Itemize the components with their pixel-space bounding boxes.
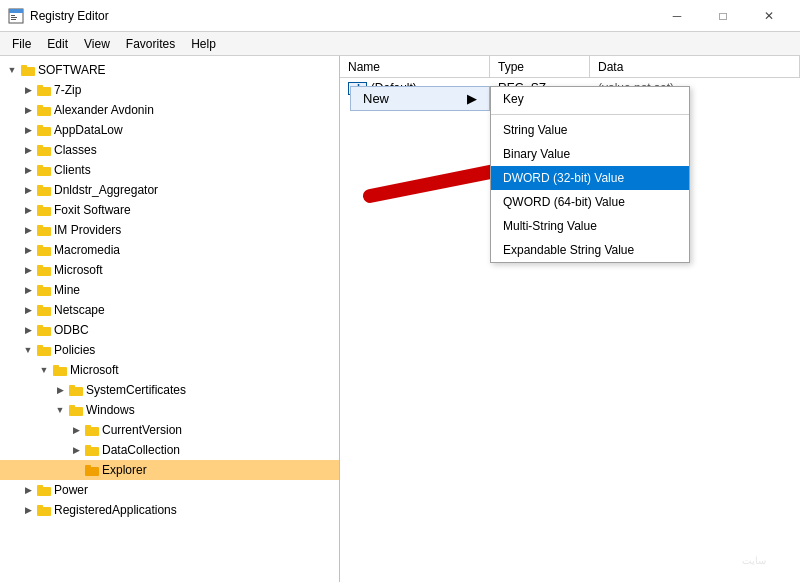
expand-icon[interactable]: ▶	[20, 482, 36, 498]
tree-item[interactable]: ▶ Classes	[0, 140, 339, 160]
new-menu-wrapper: New ▶ Key String Value Binary Value DWOR…	[350, 86, 490, 111]
svg-rect-1	[9, 9, 23, 13]
tree-item[interactable]: ▶ 7-Zip	[0, 80, 339, 100]
expand-icon[interactable]: ▶	[20, 162, 36, 178]
tree-item[interactable]: ▶ Microsoft	[0, 260, 339, 280]
expand-icon[interactable]: ▼	[52, 402, 68, 418]
submenu-item-expandable-string[interactable]: Expandable String Value	[491, 238, 689, 262]
expand-icon[interactable]: ▶	[20, 262, 36, 278]
svg-rect-48	[37, 485, 43, 488]
tree-item[interactable]: ▶ RegisteredApplications	[0, 500, 339, 520]
folder-icon	[36, 222, 52, 238]
expand-icon[interactable]: ▶	[20, 302, 36, 318]
expand-icon[interactable]: ▶	[52, 382, 68, 398]
tree-item-selected[interactable]: ▶ Explorer	[0, 460, 339, 480]
expand-icon[interactable]: ▶	[20, 242, 36, 258]
svg-rect-7	[37, 87, 51, 96]
svg-rect-21	[37, 227, 51, 236]
submenu-item-string-value[interactable]: String Value	[491, 118, 689, 142]
svg-rect-10	[37, 105, 43, 108]
tree-item[interactable]: ▶ SystemCertificates	[0, 380, 339, 400]
tree-item[interactable]: ▼ Microsoft	[0, 360, 339, 380]
menu-file[interactable]: File	[4, 35, 39, 53]
expand-icon[interactable]: ▼	[36, 362, 52, 378]
submenu-item-key[interactable]: Key	[491, 87, 689, 111]
expand-icon[interactable]: ▶	[20, 202, 36, 218]
registry-tree[interactable]: ▼ SOFTWARE ▶ 7-Zip ▶ Alexander Avdonin	[0, 56, 340, 582]
submenu-item-binary-value[interactable]: Binary Value	[491, 142, 689, 166]
expand-icon[interactable]: ▶	[20, 222, 36, 238]
expand-icon[interactable]: ▶	[20, 502, 36, 518]
expand-icon[interactable]: ▶	[20, 102, 36, 118]
submenu-item-multi-string[interactable]: Multi-String Value	[491, 214, 689, 238]
expand-icon[interactable]: ▶	[68, 422, 84, 438]
tree-item-label: Microsoft	[54, 263, 103, 277]
folder-icon	[36, 342, 52, 358]
new-button[interactable]: New ▶	[350, 86, 490, 111]
svg-rect-36	[53, 365, 59, 368]
menu-view[interactable]: View	[76, 35, 118, 53]
expand-icon[interactable]: ▶	[20, 322, 36, 338]
tree-item-label: RegisteredApplications	[54, 503, 177, 517]
folder-icon	[36, 102, 52, 118]
submenu-item-qword[interactable]: QWORD (64-bit) Value	[491, 190, 689, 214]
tree-item-label: Dnldstr_Aggregator	[54, 183, 158, 197]
tree-item[interactable]: ▶ AppDataLow	[0, 120, 339, 140]
menu-edit[interactable]: Edit	[39, 35, 76, 53]
maximize-button[interactable]: □	[700, 0, 746, 32]
svg-rect-5	[21, 67, 35, 76]
svg-rect-39	[69, 407, 83, 416]
tree-item[interactable]: ▶ Dnldstr_Aggregator	[0, 180, 339, 200]
tree-item-label: Mine	[54, 283, 80, 297]
window-controls: ─ □ ✕	[654, 0, 792, 32]
tree-item[interactable]: ▶ Foxit Software	[0, 200, 339, 220]
svg-rect-13	[37, 147, 51, 156]
submenu-item-dword[interactable]: DWORD (32-bit) Value	[491, 166, 689, 190]
tree-item[interactable]: ▶ DataCollection	[0, 440, 339, 460]
menu-help[interactable]: Help	[183, 35, 224, 53]
svg-rect-33	[37, 347, 51, 356]
tree-item[interactable]: ▶ Power	[0, 480, 339, 500]
tree-item[interactable]: ▶ IM Providers	[0, 220, 339, 240]
expand-icon[interactable]: ▶	[20, 142, 36, 158]
tree-item[interactable]: ▶ Mine	[0, 280, 339, 300]
column-header-name: Name	[340, 56, 490, 77]
svg-rect-3	[11, 17, 17, 18]
expand-icon[interactable]: ▶	[20, 282, 36, 298]
tree-item[interactable]: ▶ CurrentVersion	[0, 420, 339, 440]
expand-icon[interactable]: ▶	[20, 182, 36, 198]
tree-item-label: Power	[54, 483, 88, 497]
svg-rect-8	[37, 85, 43, 88]
tree-item-label: Alexander Avdonin	[54, 103, 154, 117]
tree-item[interactable]: ▶ Netscape	[0, 300, 339, 320]
tree-item[interactable]: ▶ Clients	[0, 160, 339, 180]
tree-item[interactable]: ▶ Alexander Avdonin	[0, 100, 339, 120]
tree-item-label: Netscape	[54, 303, 105, 317]
svg-rect-31	[37, 327, 51, 336]
registry-values-panel: Name Type Data ab (Default) REG_SZ (valu…	[340, 56, 800, 582]
tree-item[interactable]: ▶ ODBC	[0, 320, 339, 340]
close-button[interactable]: ✕	[746, 0, 792, 32]
svg-rect-16	[37, 165, 43, 168]
expand-icon[interactable]: ▼	[20, 342, 36, 358]
svg-rect-23	[37, 247, 51, 256]
folder-icon	[36, 82, 52, 98]
minimize-button[interactable]: ─	[654, 0, 700, 32]
tree-item-label: IM Providers	[54, 223, 121, 237]
svg-rect-29	[37, 307, 51, 316]
tree-item[interactable]: ▼ Policies	[0, 340, 339, 360]
svg-rect-46	[85, 465, 91, 468]
expand-icon[interactable]: ▶	[20, 122, 36, 138]
svg-rect-40	[69, 405, 75, 408]
tree-item[interactable]: ▼ Windows	[0, 400, 339, 420]
svg-rect-41	[85, 427, 99, 436]
svg-rect-28	[37, 285, 43, 288]
tree-item[interactable]: ▶ Macromedia	[0, 240, 339, 260]
menu-favorites[interactable]: Favorites	[118, 35, 183, 53]
expand-icon[interactable]: ▶	[68, 442, 84, 458]
expand-icon[interactable]: ▼	[4, 62, 20, 78]
svg-rect-9	[37, 107, 51, 116]
tree-item[interactable]: ▼ SOFTWARE	[0, 60, 339, 80]
expand-icon[interactable]: ▶	[20, 82, 36, 98]
column-header-type: Type	[490, 56, 590, 77]
